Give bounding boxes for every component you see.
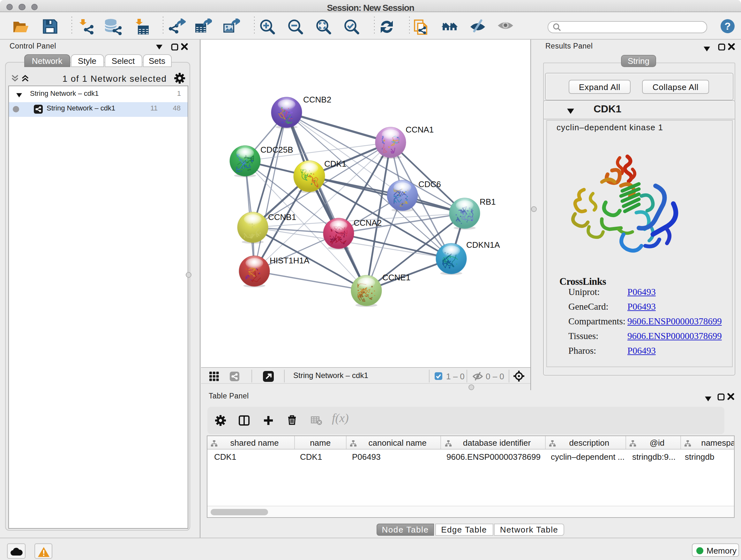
- svg-text:CCNE1: CCNE1: [382, 273, 410, 282]
- svg-text:CDK1: CDK1: [324, 159, 346, 169]
- svg-text:HIST1H1A: HIST1H1A: [270, 256, 310, 265]
- svg-text:CDKN1A: CDKN1A: [466, 240, 500, 250]
- svg-text:?: ?: [724, 20, 731, 32]
- svg-text:CDC6: CDC6: [418, 179, 441, 189]
- svg-text:CCNB2: CCNB2: [303, 95, 331, 105]
- svg-text:CDC25B: CDC25B: [260, 145, 293, 154]
- svg-text:CCNA1: CCNA1: [406, 125, 434, 134]
- svg-text:CCNB1: CCNB1: [268, 212, 296, 222]
- svg-text:RB1: RB1: [480, 197, 496, 206]
- svg-text:CCNA2: CCNA2: [354, 218, 382, 228]
